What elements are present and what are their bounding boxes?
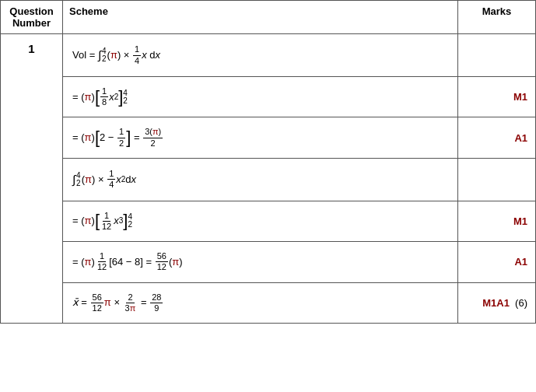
marks-a1-1: A1	[458, 117, 536, 158]
scheme-step3: = (π) [ 112 x3 ] 4 2	[63, 201, 458, 241]
scheme-vol-integral: Vol = ∫ 4 2 (π) × 14 x dx	[63, 34, 458, 77]
header-marks: Marks	[458, 1, 536, 34]
scheme-step1: = (π) [ 18 x2 ] 4 2	[63, 77, 458, 117]
marks-a1-2: A1	[458, 242, 536, 282]
marks-m1-2: M1	[458, 201, 536, 241]
scheme-integral2: ∫ 4 2 (π) × 14 x2dx	[63, 158, 458, 201]
header-question-number: Question Number	[1, 1, 63, 34]
question-number-cell: 1	[1, 34, 63, 324]
marks-final: M1A1 (6)	[458, 282, 536, 323]
scheme-step2: = (π) [ 2 − 12 ] = 3(π)2	[63, 117, 458, 158]
marks-blank-2	[458, 158, 536, 201]
marks-m1-1: M1	[458, 77, 536, 117]
marking-scheme-table: Question Number Scheme Marks 1 Vol = ∫ 4…	[0, 0, 536, 324]
header-scheme: Scheme	[63, 1, 458, 34]
marks-blank-1	[458, 34, 536, 77]
scheme-step5: x̄ = 5612 π × 23π = 289	[63, 282, 458, 323]
scheme-step4: = (π) 112 [64 − 8] = 5612 (π)	[63, 242, 458, 282]
